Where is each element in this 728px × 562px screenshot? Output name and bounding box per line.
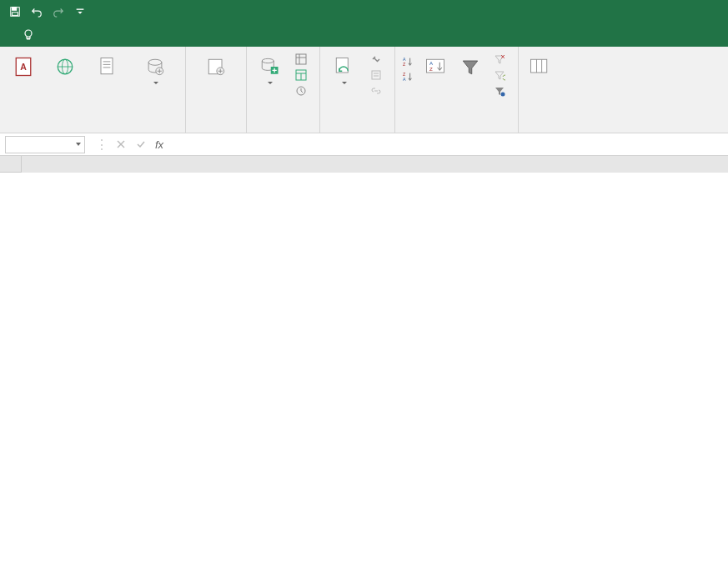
svg-point-14 <box>148 59 162 65</box>
sort-za-button[interactable]: ZA <box>399 70 417 83</box>
from-web-button[interactable] <box>45 52 85 83</box>
reapply-button <box>489 68 515 83</box>
clear-filter-button <box>489 52 515 67</box>
ribbon-group-label <box>250 128 316 133</box>
new-query-button[interactable] <box>250 52 289 86</box>
tell-me-search[interactable] <box>13 23 50 47</box>
properties-button <box>365 68 391 83</box>
from-other-sources-button[interactable] <box>128 52 182 86</box>
advanced-filter-button[interactable] <box>489 83 515 98</box>
select-all-corner[interactable] <box>0 156 22 173</box>
svg-text:A: A <box>20 62 27 72</box>
ribbon: A <box>0 47 728 133</box>
svg-text:A: A <box>403 57 406 62</box>
connections-button[interactable] <box>365 52 391 67</box>
svg-rect-27 <box>336 58 348 73</box>
sort-button[interactable]: AZ <box>419 52 452 83</box>
lightbulb-icon <box>22 28 35 42</box>
menu-bar <box>0 23 728 47</box>
filter-button[interactable] <box>454 52 487 83</box>
existing-connections-button[interactable] <box>189 52 243 83</box>
show-queries-button[interactable] <box>290 52 316 67</box>
svg-rect-1 <box>13 8 17 11</box>
ribbon-group-get-transform <box>247 47 320 133</box>
svg-rect-28 <box>372 71 380 79</box>
fx-icon[interactable]: fx <box>155 138 163 151</box>
from-text-button[interactable] <box>87 52 127 83</box>
svg-text:Z: Z <box>403 72 406 77</box>
svg-point-18 <box>262 58 274 63</box>
svg-rect-2 <box>13 13 18 16</box>
ribbon-group-label <box>399 128 515 133</box>
ribbon-group-existing <box>186 47 247 133</box>
ribbon-group-label <box>324 128 391 133</box>
enter-formula-button <box>132 136 150 153</box>
ribbon-group-connections <box>320 47 395 133</box>
ribbon-group-label <box>3 128 182 133</box>
text-to-columns-button[interactable] <box>522 52 557 83</box>
cancel-formula-button <box>112 136 130 153</box>
ribbon-group-external-data: A <box>0 47 186 133</box>
svg-text:Z: Z <box>429 66 433 72</box>
svg-rect-3 <box>77 9 84 10</box>
chevron-down-icon <box>76 143 81 146</box>
svg-rect-20 <box>296 54 306 64</box>
from-access-button[interactable]: A <box>3 52 43 83</box>
svg-point-40 <box>501 93 505 97</box>
formula-bar: ⋮ fx <box>0 133 728 156</box>
qat-customize[interactable] <box>70 3 90 21</box>
ribbon-group-data-tools <box>519 47 560 133</box>
save-button[interactable] <box>5 3 25 21</box>
name-box[interactable] <box>5 136 85 153</box>
refresh-all-button[interactable] <box>324 52 364 86</box>
recent-sources-button[interactable] <box>290 83 316 98</box>
svg-point-4 <box>25 30 32 37</box>
ribbon-group-sort-filter: AZ ZA AZ <box>395 47 519 133</box>
undo-button[interactable] <box>27 3 47 21</box>
spreadsheet-grid[interactable] <box>0 156 728 173</box>
formula-input[interactable] <box>170 136 728 153</box>
svg-text:Z: Z <box>403 62 406 67</box>
sort-az-button[interactable]: AZ <box>399 55 417 68</box>
edit-links-button <box>365 83 391 98</box>
svg-rect-10 <box>101 58 113 74</box>
svg-text:A: A <box>403 77 406 82</box>
svg-rect-41 <box>531 59 547 73</box>
from-table-button[interactable] <box>290 68 316 83</box>
redo-button[interactable] <box>48 3 68 21</box>
